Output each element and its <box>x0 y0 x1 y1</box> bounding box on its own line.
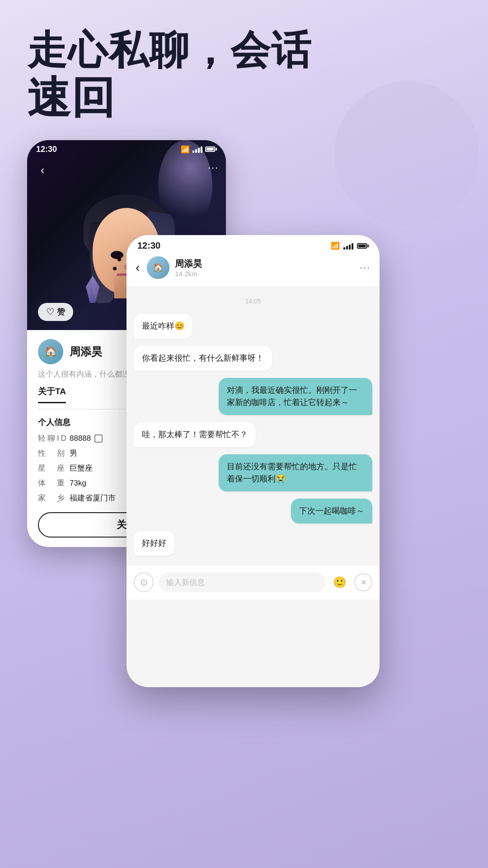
bubble-right-3: 下次一起喝咖啡～ <box>291 499 372 524</box>
input-placeholder: 输入新信息 <box>166 577 205 588</box>
battery-icon <box>205 146 217 152</box>
message-3: 对滴，我最近确实很忙。刚刚开了一家新的咖啡店，忙着让它转起来～ <box>134 378 372 415</box>
value-hometown: 福建省厦门市 <box>70 493 116 503</box>
avatar-image: 🏠 <box>38 339 63 364</box>
lighthouse-icon: 🏠 <box>45 346 57 358</box>
tab-about[interactable]: 关于TA <box>38 386 66 403</box>
wifi-icon: 📶 <box>181 145 190 154</box>
chat-input-bar: ⊙ 输入新信息 🙂 ✕ <box>127 565 380 599</box>
chat-timestamp: 14:05 <box>134 297 372 305</box>
chat-status-icons: 📶 <box>331 241 369 250</box>
decorative-circle <box>334 81 479 226</box>
title-line2: 速回 <box>27 73 312 123</box>
message-2: 你看起来很忙，有什么新鲜事呀！ <box>134 346 372 371</box>
label-weight: 体 重 <box>38 478 70 488</box>
chat-username: 周添昊 <box>175 258 354 270</box>
bubble-left-2: 你看起来很忙，有什么新鲜事呀！ <box>134 346 272 371</box>
label-star: 星 座 <box>38 463 70 473</box>
emoji-button[interactable]: 🙂 <box>331 573 349 591</box>
message-5: 目前还没有需要帮忙的地方。只是忙着保一切顺利😭 <box>134 454 372 491</box>
chat-battery-icon <box>357 243 369 249</box>
voice-button[interactable]: ⊙ <box>134 572 154 592</box>
message-7: 好好好 <box>134 531 372 556</box>
like-label: 赞 <box>57 307 65 317</box>
message-input[interactable]: 输入新信息 <box>159 572 325 592</box>
chat-status-time: 12:30 <box>137 241 160 251</box>
chat-messages-area: 14:05 最近咋样😊 你看起来很忙，有什么新鲜事呀！ 对滴，我最近确实很忙。刚… <box>127 287 380 565</box>
value-id: 88888 <box>70 434 103 443</box>
emoji-icon: 🙂 <box>333 576 347 589</box>
label-id: 轻聊ID <box>38 433 70 443</box>
value-weight: 73kg <box>70 479 86 488</box>
message-6: 下次一起喝咖啡～ <box>134 499 372 524</box>
chat-distance: 14.2km <box>175 270 354 278</box>
bubble-left-4: 好好好 <box>134 531 174 556</box>
chat-more-button[interactable]: ··· <box>360 262 371 274</box>
heart-icon: ♡ <box>46 307 54 317</box>
character-mole-1 <box>117 258 121 261</box>
chat-lighthouse-icon: 🏠 <box>153 263 163 273</box>
like-button[interactable]: ♡ 赞 <box>38 303 73 321</box>
message-4: 哇，那太棒了！需要帮忙不？ <box>134 422 372 447</box>
chat-back-button[interactable]: ‹ <box>136 260 140 275</box>
signal-icon <box>192 146 202 153</box>
profile-username: 周添昊 <box>70 344 102 359</box>
page-title: 走心私聊，会话 速回 <box>27 27 312 123</box>
profile-avatar: 🏠 <box>38 339 63 364</box>
microphone-icon: ⊙ <box>140 577 148 588</box>
value-star: 巨蟹座 <box>70 463 93 473</box>
copy-icon[interactable] <box>94 434 103 443</box>
bubble-left-3: 哇，那太棒了！需要帮忙不？ <box>134 422 256 447</box>
chat-signal-icon <box>343 242 353 250</box>
bubble-right-2: 目前还没有需要帮忙的地方。只是忙着保一切顺利😭 <box>219 454 372 491</box>
close-icon: ✕ <box>361 578 366 587</box>
profile-status-icons: 📶 <box>181 145 217 154</box>
phone-chat: 12:30 📶 ‹ 🏠 周添昊 14.2km ··· <box>127 235 380 687</box>
label-gender: 性 别 <box>38 448 70 458</box>
label-hometown: 家 乡 <box>38 493 70 503</box>
character-eye-left <box>111 251 123 259</box>
bubble-right-1: 对滴，我最近确实很忙。刚刚开了一家新的咖啡店，忙着让它转起来～ <box>219 378 372 415</box>
chat-user-info: 周添昊 14.2km <box>175 258 354 278</box>
chat-header: ‹ 🏠 周添昊 14.2km ··· <box>127 251 380 287</box>
title-line1: 走心私聊，会话 <box>27 27 312 73</box>
bubble-left-1: 最近咋样😊 <box>134 314 192 339</box>
chat-avatar: 🏠 <box>147 256 169 279</box>
profile-status-time: 12:30 <box>36 145 57 154</box>
message-1: 最近咋样😊 <box>134 314 372 339</box>
chat-wifi-icon: 📶 <box>331 241 340 250</box>
value-gender: 男 <box>70 448 77 458</box>
chat-avatar-image: 🏠 <box>147 256 169 279</box>
close-button[interactable]: ✕ <box>354 573 372 591</box>
profile-status-bar: 12:30 📶 <box>27 140 226 158</box>
back-button[interactable]: ‹ <box>34 162 51 178</box>
chat-status-bar: 12:30 📶 <box>127 235 380 251</box>
more-button[interactable]: ··· <box>208 162 219 174</box>
character-mole-2 <box>113 267 117 270</box>
